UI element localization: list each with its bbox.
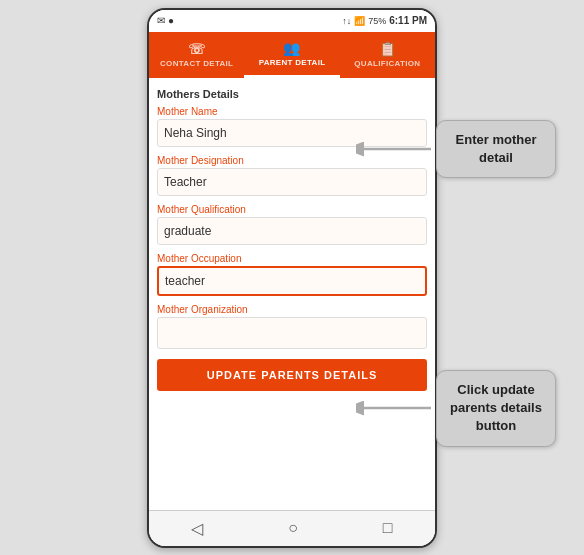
input-mother-organization[interactable] (157, 317, 427, 349)
home-button[interactable]: ○ (278, 515, 308, 541)
label-mother-occupation: Mother Occupation (149, 249, 435, 266)
callout-update-parents: Click update parents details button (356, 370, 556, 447)
section-title: Mothers Details (149, 84, 435, 102)
tab-parent[interactable]: 👥 PARENT DETAIL (244, 32, 339, 78)
label-mother-organization: Mother Organization (149, 300, 435, 317)
parent-icon: 👥 (283, 40, 300, 56)
signal-icon: ↑↓ (342, 16, 351, 26)
arrow-update-parents (356, 393, 436, 423)
callout-update-parents-box: Click update parents details button (436, 370, 556, 447)
status-left: ✉ ● (157, 15, 174, 26)
qualification-icon: 📋 (379, 41, 396, 57)
back-button[interactable]: ◁ (181, 515, 213, 542)
contact-icon: ☏ (188, 41, 206, 57)
message-icon: ✉ (157, 15, 165, 26)
status-time: 6:11 PM (389, 15, 427, 26)
tab-qualification-label: QUALIFICATION (354, 59, 420, 68)
input-mother-qualification[interactable]: graduate (157, 217, 427, 245)
arrow-enter-mother (356, 134, 436, 164)
status-right: ↑↓ 📶 75% 6:11 PM (342, 15, 427, 26)
wifi-icon: 📶 (354, 16, 365, 26)
tab-bar: ☏ CONTACT DETAIL 👥 PARENT DETAIL 📋 QUALI… (149, 32, 435, 78)
phone-frame: ✉ ● ↑↓ 📶 75% 6:11 PM ☏ CONTACT DETAIL 👥 … (147, 8, 437, 548)
label-mother-qualification: Mother Qualification (149, 200, 435, 217)
callout-enter-mother-box: Enter mother detail (436, 120, 556, 178)
label-mother-name: Mother Name (149, 102, 435, 119)
bottom-nav: ◁ ○ □ (149, 510, 435, 546)
call-icon: ● (168, 15, 174, 26)
callout-enter-mother: Enter mother detail (356, 120, 556, 178)
tab-parent-label: PARENT DETAIL (259, 58, 326, 67)
tab-qualification[interactable]: 📋 QUALIFICATION (340, 32, 435, 78)
recents-button[interactable]: □ (373, 515, 403, 541)
input-mother-occupation[interactable]: teacher (157, 266, 427, 296)
battery-text: 75% (368, 16, 386, 26)
status-bar: ✉ ● ↑↓ 📶 75% 6:11 PM (149, 10, 435, 32)
tab-contact-label: CONTACT DETAIL (160, 59, 233, 68)
tab-contact[interactable]: ☏ CONTACT DETAIL (149, 32, 244, 78)
